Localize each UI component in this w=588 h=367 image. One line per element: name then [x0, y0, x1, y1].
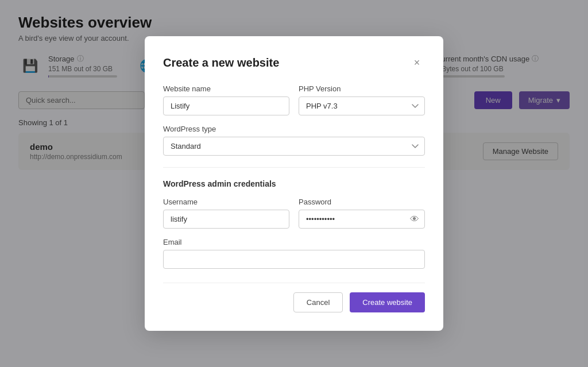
- modal-close-button[interactable]: ×: [409, 55, 425, 71]
- wp-type-select[interactable]: Standard Multisite: [163, 137, 425, 156]
- modal-footer: Cancel Create website: [163, 283, 425, 312]
- username-input[interactable]: [163, 210, 289, 229]
- form-group-password: Password 👁: [299, 198, 425, 229]
- credentials-section-title: WordPress admin credentials: [163, 179, 425, 188]
- modal-header: Create a new website ×: [163, 55, 425, 71]
- password-toggle-button[interactable]: 👁: [410, 214, 419, 225]
- form-group-email: Email: [163, 238, 425, 269]
- website-name-label: Website name: [163, 84, 289, 93]
- password-input[interactable]: [299, 210, 425, 229]
- form-row-name-php: Website name PHP Version PHP v7.3 PHP v8…: [163, 84, 425, 115]
- password-wrapper: 👁: [299, 210, 425, 229]
- email-label: Email: [163, 238, 425, 246]
- eye-icon: 👁: [410, 214, 419, 225]
- wp-type-label: WordPress type: [163, 125, 425, 133]
- modal-overlay: Create a new website × Website name PHP …: [0, 0, 588, 367]
- create-website-modal: Create a new website × Website name PHP …: [145, 36, 443, 331]
- modal-title: Create a new website: [163, 56, 279, 69]
- form-group-wp-type: WordPress type Standard Multisite: [163, 125, 425, 156]
- section-divider: [163, 167, 425, 168]
- form-group-username: Username: [163, 198, 289, 229]
- form-row-credentials: Username Password 👁: [163, 198, 425, 229]
- form-row-email: Email: [163, 238, 425, 269]
- php-version-label: PHP Version: [299, 84, 425, 93]
- form-group-website-name: Website name: [163, 84, 289, 115]
- username-label: Username: [163, 198, 289, 206]
- form-group-php-version: PHP Version PHP v7.3 PHP v8.0 PHP v8.1 P…: [299, 84, 425, 115]
- create-website-button[interactable]: Create website: [350, 292, 425, 312]
- php-version-select[interactable]: PHP v7.3 PHP v8.0 PHP v8.1 PHP v8.2: [299, 96, 425, 115]
- password-label: Password: [299, 198, 425, 206]
- form-row-wp-type: WordPress type Standard Multisite: [163, 125, 425, 156]
- email-input[interactable]: [163, 250, 425, 269]
- website-name-input[interactable]: [163, 96, 289, 115]
- cancel-button[interactable]: Cancel: [293, 292, 343, 312]
